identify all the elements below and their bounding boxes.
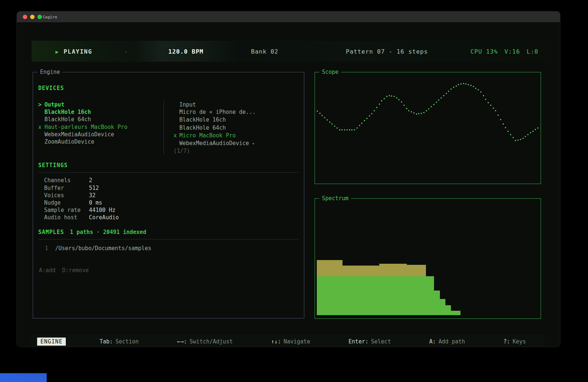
setting-label: Buffer <box>44 184 89 192</box>
scope-dot <box>349 129 350 130</box>
setting-value[interactable]: 0 ms <box>89 199 102 206</box>
input-device-item[interactable]: BlackHole 16ch <box>173 116 299 124</box>
zoom-window-button[interactable] <box>37 15 42 19</box>
window-titlebar[interactable]: Cagire <box>17 11 560 22</box>
pattern-display[interactable]: Pattern 07 - 16 steps <box>346 48 428 55</box>
mode-badge[interactable]: ENGINE <box>37 338 66 346</box>
scope-dot <box>533 131 534 132</box>
output-section-header[interactable]: >Output <box>38 101 164 108</box>
setting-row[interactable]: Voices 32 <box>44 192 299 199</box>
setting-label: Nudge <box>44 199 89 206</box>
scope-dot <box>356 127 358 129</box>
input-device-item[interactable]: xMicro MacBook Pro <box>173 132 299 140</box>
spectrum-canvas <box>317 206 539 315</box>
input-device-item[interactable]: Micro de « iPhone de... <box>173 108 299 116</box>
scope-dot <box>465 83 466 84</box>
scope-dot <box>396 97 397 98</box>
spectrum-bar-olive <box>317 260 343 276</box>
scope-dot <box>426 110 427 111</box>
transport-status[interactable]: ▶PLAYING <box>55 48 92 55</box>
scope-dot <box>376 107 377 108</box>
scope-dot <box>485 99 486 100</box>
setting-value[interactable]: 44100 Hz <box>89 206 115 214</box>
play-icon: ▶ <box>55 48 59 54</box>
device-name: WebexMediaAudioDevice <box>179 140 249 147</box>
input-section-header[interactable]: Input <box>173 101 299 108</box>
sample-path-row[interactable]: 1 /Users/bubo/Documents/samples <box>45 245 299 252</box>
spectrum-bar <box>445 206 451 315</box>
setting-row[interactable]: Nudge 0 ms <box>44 199 299 206</box>
scope-dot <box>423 112 424 113</box>
close-window-button[interactable] <box>23 15 27 19</box>
minimize-window-button[interactable] <box>30 15 35 19</box>
scope-dot <box>331 123 333 125</box>
spectrum-bar <box>343 206 379 315</box>
scope-dot <box>448 91 449 92</box>
settings-heading: SETTINGS <box>38 162 299 169</box>
spectrum-bar-green <box>440 299 445 315</box>
scope-dot <box>329 122 330 123</box>
key-hints: Tab:Section ←→:Switch/Adjust ↑↓:Navigate… <box>100 338 526 345</box>
spectrum-bar <box>317 206 343 315</box>
scope-dot <box>520 139 521 140</box>
scope-dot <box>527 134 528 135</box>
key-hint: ←→:Switch/Adjust <box>177 338 233 345</box>
key-hint-key: ↑↓: <box>271 338 281 345</box>
window-title: Cagire <box>43 14 57 19</box>
scope-dot <box>386 96 387 97</box>
spectrum-bar <box>407 206 426 315</box>
setting-value[interactable]: 2 <box>89 177 92 184</box>
scope-dot <box>428 108 429 109</box>
setting-row[interactable]: Sample rate 44100 Hz <box>44 206 299 214</box>
bpm-display[interactable]: 120.0 BPM <box>168 48 204 55</box>
cpu-meter: CPU 13% <box>470 48 498 55</box>
scope-dot <box>503 123 504 125</box>
input-device-pager: (1/7) <box>173 147 299 155</box>
spectrum-bar-green <box>317 276 343 315</box>
transport-bar: ▶PLAYING - 120.0 BPM Bank 02 Pattern 07 … <box>32 41 544 62</box>
scope-dot <box>406 108 407 109</box>
samples-keys-hint: A:add D:remove <box>38 267 299 274</box>
level-meter: L:0 <box>527 48 538 55</box>
key-hint-label: Navigate <box>284 338 310 345</box>
device-name: Haut-parleurs MacBook Pro <box>44 124 128 130</box>
samples-summary: 1 paths · 20491 indexed <box>70 229 146 235</box>
setting-row[interactable]: Buffer 512 <box>44 184 299 192</box>
key-hint: Tab:Section <box>100 338 139 345</box>
scope-dot <box>438 100 439 101</box>
samples-separator <box>38 239 299 239</box>
device-name: Micro de « iPhone de... <box>179 109 256 115</box>
scope-dot <box>364 120 365 121</box>
scope-dot <box>337 127 338 129</box>
scope-dot <box>515 140 516 141</box>
scope-dot <box>384 98 385 99</box>
setting-label: Channels <box>44 177 89 184</box>
output-device-item[interactable]: BlackHole 64ch <box>38 116 164 123</box>
scope-dot <box>347 129 348 130</box>
engine-panel-title: Engine <box>37 69 62 75</box>
input-device-item[interactable]: WebexMediaAudioDevice▾ <box>173 140 299 147</box>
device-name: ZoomAudioDevice <box>44 138 94 145</box>
traffic-lights <box>23 15 42 19</box>
key-hint: ?:Keys <box>503 338 526 345</box>
setting-row[interactable]: Channels 2 <box>44 177 299 184</box>
output-label: Output <box>44 101 64 108</box>
output-device-item[interactable]: ZoomAudioDevice <box>38 138 164 145</box>
spectrum-bar-olive <box>407 265 426 276</box>
scope-dot <box>443 95 444 96</box>
setting-value[interactable]: 512 <box>89 184 99 192</box>
setting-value[interactable]: CoreAudio <box>89 214 119 221</box>
background-window-fragment <box>0 373 47 382</box>
output-device-item[interactable]: BlackHole 16ch <box>38 108 164 116</box>
setting-row[interactable]: Audio host CoreAudio <box>44 214 299 221</box>
key-hint-key: ←→: <box>177 338 187 345</box>
setting-value[interactable]: 32 <box>89 192 96 199</box>
input-device-item[interactable]: BlackHole 64ch <box>173 124 299 132</box>
output-items: BlackHole 16ch BlackHole 64ch xHaut-parl… <box>38 108 164 145</box>
output-device-item[interactable]: xHaut-parleurs MacBook Pro <box>38 123 164 131</box>
key-hint-label: Switch/Adjust <box>190 338 233 345</box>
scope-dot <box>475 88 476 89</box>
key-hint-label: Keys <box>513 338 526 345</box>
bank-display[interactable]: Bank 02 <box>251 48 278 55</box>
output-device-item[interactable]: WebexMediaAudioDevice <box>38 131 164 138</box>
